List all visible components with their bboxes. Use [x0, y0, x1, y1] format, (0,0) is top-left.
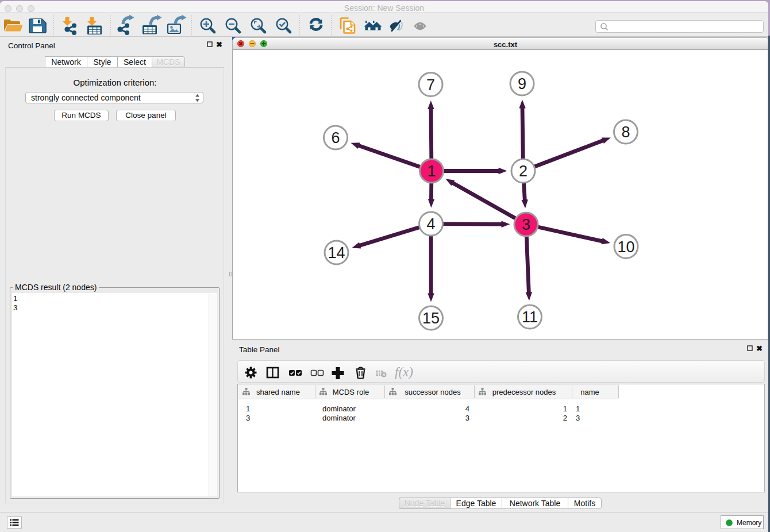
svg-text:11: 11	[522, 309, 538, 326]
svg-text:1: 1	[427, 163, 436, 180]
svg-text:8: 8	[621, 124, 630, 141]
svg-text:14: 14	[328, 244, 345, 261]
svg-text:3: 3	[522, 216, 530, 233]
svg-text:6: 6	[331, 129, 340, 147]
svg-text:2: 2	[519, 163, 528, 180]
svg-text:7: 7	[426, 76, 435, 94]
svg-text:10: 10	[617, 238, 634, 256]
svg-text:15: 15	[422, 310, 440, 327]
svg-text:4: 4	[426, 215, 435, 233]
svg-text:9: 9	[518, 75, 526, 92]
svg-text:f(x): f(x)	[395, 365, 413, 379]
